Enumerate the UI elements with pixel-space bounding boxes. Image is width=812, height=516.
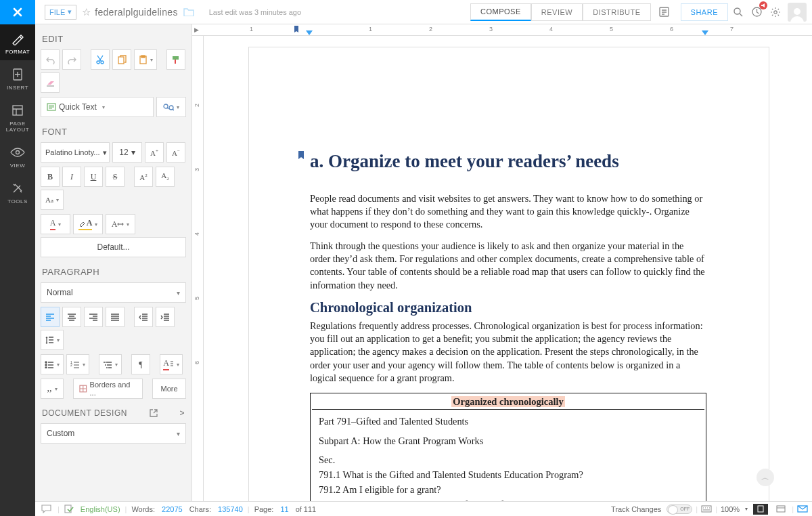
- svg-rect-6: [13, 106, 22, 115]
- format-painter-button[interactable]: [166, 49, 185, 70]
- language-label[interactable]: English(US): [81, 505, 120, 513]
- favorite-icon[interactable]: ☆: [82, 6, 91, 18]
- tab-review[interactable]: REVIEW: [531, 3, 583, 21]
- document-page[interactable]: a. Organize to meet your readers’ needs …: [248, 47, 769, 501]
- tab-distribute[interactable]: DISTRIBUTE: [583, 3, 650, 21]
- indent-marker-right[interactable]: [702, 30, 708, 35]
- words-value[interactable]: 22075: [162, 505, 183, 513]
- line-spacing-button[interactable]: ▾: [41, 330, 64, 350]
- page-heading: a. Organize to meet your readers’ needs: [310, 149, 706, 175]
- ruler-vertical[interactable]: 2 3 4 5 6: [192, 36, 204, 501]
- bold-button[interactable]: B: [41, 167, 60, 187]
- spellcheck-icon[interactable]: [64, 504, 74, 513]
- paragraph-color-button[interactable]: A▾: [160, 354, 183, 374]
- increase-font-button[interactable]: A+: [145, 142, 164, 163]
- italic-button[interactable]: I: [62, 167, 81, 187]
- multilevel-list-button[interactable]: ▾: [99, 354, 122, 374]
- checklist-icon[interactable]: [656, 3, 673, 21]
- indent-marker-left[interactable]: [306, 30, 313, 35]
- share-button[interactable]: SHARE: [681, 3, 728, 21]
- strikethrough-button[interactable]: S: [106, 167, 125, 187]
- align-center-button[interactable]: [62, 307, 81, 327]
- words-label: Words:: [131, 505, 155, 513]
- scroll-to-top-button[interactable]: ︿: [757, 469, 774, 486]
- tools-icon: [10, 181, 25, 196]
- rail-tools[interactable]: TOOLS: [0, 174, 35, 210]
- page-paragraph: Regulations frequently address processes…: [310, 320, 706, 385]
- copy-button[interactable]: [112, 49, 131, 70]
- track-changes-toggle[interactable]: OFF: [667, 504, 692, 514]
- view-mode-page-button[interactable]: [753, 504, 768, 515]
- blockquote-button[interactable]: ,,▾: [41, 379, 64, 399]
- rail-label: INSERT: [7, 85, 28, 91]
- last-edit-text: Last edit was 3 minutes ago: [209, 8, 301, 16]
- quick-text-dropdown[interactable]: Quick Text▾: [41, 97, 154, 117]
- document-title[interactable]: federalplguidelines: [95, 7, 177, 18]
- table-line: Sec.: [319, 452, 698, 467]
- underline-button[interactable]: U: [84, 167, 103, 187]
- cut-button[interactable]: [91, 49, 110, 70]
- page-current[interactable]: 11: [280, 505, 288, 513]
- chars-value[interactable]: 135740: [218, 505, 243, 513]
- clear-format-button[interactable]: [41, 72, 60, 93]
- align-justify-button[interactable]: [106, 307, 125, 327]
- rail-label: FORMAT: [5, 49, 30, 55]
- rail-format[interactable]: FORMAT: [0, 24, 35, 60]
- font-defaults-button[interactable]: Default...: [41, 237, 186, 257]
- ruler-collapse-icon[interactable]: ▶: [194, 26, 199, 33]
- doc-design-expand-icon[interactable]: [150, 409, 158, 417]
- settings-icon[interactable]: [767, 3, 784, 21]
- character-spacing-button[interactable]: A▾: [106, 214, 135, 234]
- highlight-color-button[interactable]: A▾: [73, 214, 103, 234]
- svg-rect-26: [777, 506, 785, 512]
- rail-page-layout[interactable]: PAGE LAYOUT: [0, 96, 35, 138]
- search-icon[interactable]: [729, 3, 746, 21]
- svg-point-17: [45, 362, 47, 363]
- paragraph-more-button[interactable]: More: [152, 379, 186, 399]
- chars-label: Chars:: [189, 505, 211, 513]
- find-replace-button[interactable]: ▾: [156, 97, 186, 117]
- paste-button[interactable]: ▾: [134, 49, 157, 70]
- borders-shading-button[interactable]: Borders and ...: [73, 379, 143, 399]
- doc-design-dropdown[interactable]: Custom▾: [41, 423, 186, 444]
- decrease-font-button[interactable]: A−: [166, 142, 185, 163]
- font-family-dropdown[interactable]: Palatino Linoty...▾: [41, 142, 110, 163]
- indent-decrease-button[interactable]: [134, 307, 153, 327]
- section-font-title: FONT: [42, 127, 185, 137]
- font-color-button[interactable]: A▾: [41, 214, 70, 234]
- rail-view[interactable]: VIEW: [0, 138, 35, 174]
- change-case-button[interactable]: Aa▾: [41, 190, 64, 210]
- svg-rect-12: [141, 56, 145, 58]
- bookmark-marker[interactable]: [294, 26, 299, 33]
- tab-compose[interactable]: COMPOSE: [470, 3, 531, 21]
- paragraph-style-dropdown[interactable]: Normal▾: [41, 282, 186, 303]
- superscript-button[interactable]: A2: [134, 167, 153, 187]
- show-formatting-button[interactable]: ¶: [131, 354, 150, 374]
- mail-icon[interactable]: [797, 505, 808, 513]
- align-left-button[interactable]: [41, 307, 60, 327]
- align-right-button[interactable]: [84, 307, 103, 327]
- subscript-button[interactable]: A2: [156, 167, 175, 187]
- font-size-dropdown[interactable]: 12▾: [112, 142, 142, 163]
- app-logo[interactable]: [0, 0, 35, 24]
- comments-icon[interactable]: [40, 504, 52, 515]
- ruler-horizontal[interactable]: ▶ 1 1 2 3 4 5 6 7: [192, 24, 812, 36]
- folder-icon[interactable]: [183, 7, 194, 16]
- content-table: Organized chronologically Part 791–Gifte…: [310, 393, 706, 501]
- pin-icon[interactable]: [298, 151, 304, 160]
- file-menu[interactable]: FILE▾: [45, 5, 76, 20]
- numbered-list-button[interactable]: 12▾: [66, 354, 89, 374]
- keyboard-icon[interactable]: [701, 505, 712, 513]
- rail-insert[interactable]: INSERT: [0, 60, 35, 96]
- track-changes-label: Track Changes: [611, 505, 661, 513]
- user-avatar[interactable]: [788, 3, 807, 22]
- undo-button[interactable]: [41, 49, 60, 70]
- bullet-list-button[interactable]: ▾: [41, 354, 64, 374]
- view-mode-web-button[interactable]: [773, 504, 788, 515]
- format-icon: [10, 31, 25, 46]
- section-doc-design-title: DOCUMENT DESIGN: [42, 408, 127, 418]
- notifications-icon[interactable]: [748, 3, 765, 21]
- redo-button[interactable]: [62, 49, 81, 70]
- indent-increase-button[interactable]: [156, 307, 175, 327]
- zoom-value[interactable]: 100%: [721, 505, 740, 513]
